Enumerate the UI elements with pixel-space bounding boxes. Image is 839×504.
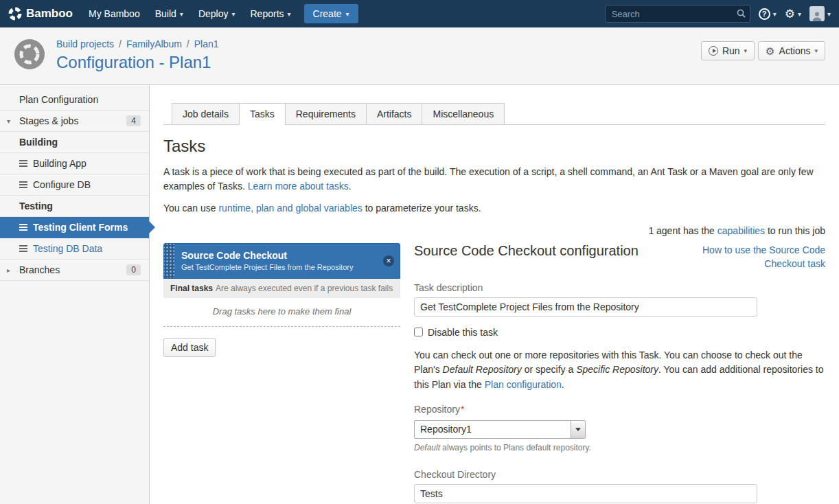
plan-avatar-icon (14, 38, 45, 70)
nav-my-bamboo[interactable]: My Bamboo (81, 0, 148, 27)
bamboo-logo[interactable]: Bamboo (8, 7, 73, 21)
help-menu[interactable]: ? ▾ (759, 8, 777, 20)
breadcrumb-family-album[interactable]: FamilyAlbum (126, 38, 182, 49)
job-list-icon (19, 160, 27, 167)
header-actions: Run ▾ ⚙ Actions ▾ (701, 38, 825, 60)
checkout-directory-label: Checkout Directory (414, 469, 825, 480)
stage-label: Building (19, 137, 58, 148)
repository-label: Repository* (414, 404, 825, 415)
repository-select-value: Repository1 (415, 421, 571, 438)
sidebar-item-plan-configuration[interactable]: Plan Configuration (0, 89, 149, 111)
chevron-down-icon: ▾ (346, 10, 349, 18)
sidebar-item-label: Branches (19, 264, 60, 275)
gear-icon: ⚙ (785, 8, 795, 20)
search-input[interactable] (605, 5, 750, 23)
task-config-panel: Source Code Checkout configuration How t… (414, 243, 825, 504)
run-button[interactable]: Run ▾ (701, 41, 755, 60)
final-tasks-dropzone[interactable]: Drag tasks here to make them final (163, 298, 400, 327)
disable-task-row[interactable]: Disable this task (414, 327, 825, 338)
sidebar-item-label: Building App (33, 158, 87, 169)
stages-count-badge: 4 (126, 115, 141, 126)
agent-note-text: 1 agent has the (648, 225, 717, 236)
learn-more-link[interactable]: Learn more about tasks (248, 181, 349, 192)
chevron-down-icon: ▾ (744, 47, 748, 54)
create-button[interactable]: Create ▾ (304, 4, 358, 23)
bamboo-logo-icon (8, 7, 22, 21)
breadcrumb-separator: / (119, 38, 122, 49)
config-title: Source Code Checkout configuration (414, 243, 639, 271)
sidebar-item-label: Testing Client Forms (33, 222, 128, 233)
search-icon[interactable] (737, 9, 746, 20)
breadcrumb-plan1[interactable]: Plan1 (194, 38, 219, 49)
task-source-code-checkout[interactable]: Source Code Checkout Get TestComplete Pr… (163, 243, 400, 279)
brand-label: Bamboo (26, 7, 73, 21)
add-task-button[interactable]: Add task (163, 338, 216, 357)
body-emphasis: Specific Repository (576, 364, 658, 375)
intro-text: You can use (163, 203, 218, 214)
nav-reports[interactable]: Reports ▾ (243, 0, 299, 27)
sidebar: Plan Configuration ▾ Stages & jobs 4 Bui… (0, 85, 150, 504)
top-navbar: Bamboo My Bamboo Build ▾ Deploy ▾ Report… (0, 0, 839, 27)
capabilities-link[interactable]: capabilities (717, 225, 765, 236)
task-description-input[interactable] (414, 297, 757, 317)
checkout-directory-input[interactable] (414, 484, 757, 503)
chevron-down-icon: ▾ (814, 47, 818, 54)
chevron-down-icon: ▾ (827, 10, 831, 18)
tab-bar: Job details Tasks Requirements Artifacts… (163, 103, 825, 125)
how-to-use-link[interactable]: How to use the Source Code Checkout task (685, 243, 825, 271)
sidebar-item-label: Plan Configuration (19, 94, 98, 105)
tab-artifacts[interactable]: Artifacts (366, 103, 423, 125)
nav-build[interactable]: Build ▾ (148, 0, 191, 27)
disable-task-checkbox[interactable] (414, 328, 423, 336)
nav-reports-label: Reports (251, 8, 284, 19)
intro-text: . (349, 181, 352, 192)
task-title: Source Code Checkout (181, 250, 353, 261)
settings-menu[interactable]: ⚙ ▾ (785, 8, 801, 20)
nav-deploy-label: Deploy (198, 8, 229, 19)
tasks-columns: Source Code Checkout Get TestComplete Pr… (163, 243, 825, 504)
create-button-label: Create (313, 8, 342, 19)
run-button-label: Run (722, 45, 740, 56)
sidebar-item-stages-jobs[interactable]: ▾ Stages & jobs 4 (0, 111, 149, 132)
plan-configuration-link[interactable]: Plan configuration (485, 379, 562, 390)
required-marker: * (461, 404, 464, 415)
tasks-heading: Tasks (163, 137, 825, 156)
variables-link[interactable]: runtime, plan and global variables (218, 203, 362, 214)
tasks-intro: A task is a piece of work that is being … (163, 165, 825, 194)
search-box (605, 5, 750, 23)
chevron-right-icon[interactable]: ▸ (7, 266, 10, 274)
tab-job-details[interactable]: Job details (172, 103, 240, 125)
actions-button-label: Actions (779, 45, 811, 56)
chevron-down-icon[interactable] (571, 421, 585, 438)
user-menu[interactable]: ▾ (809, 6, 831, 21)
repository-select[interactable]: Repository1 (414, 420, 586, 439)
sidebar-item-configure-db[interactable]: Configure DB (0, 174, 149, 196)
chevron-down-icon: ▾ (798, 10, 801, 18)
chevron-down-icon[interactable]: ▾ (7, 117, 10, 125)
final-tasks-label: Final tasks (170, 284, 213, 293)
actions-button[interactable]: ⚙ Actions ▾ (758, 41, 825, 60)
sidebar-item-testing-client-forms[interactable]: Testing Client Forms (0, 217, 149, 238)
tab-miscellaneous[interactable]: Miscellaneous (422, 103, 505, 125)
sidebar-item-label: Configure DB (33, 179, 91, 190)
close-icon[interactable]: × (383, 255, 394, 266)
nav-deploy[interactable]: Deploy ▾ (191, 0, 243, 27)
sidebar-item-testing-db-data[interactable]: Testing DB Data (0, 238, 149, 260)
header-text: Build projects / FamilyAlbum / Plan1 Con… (56, 38, 219, 72)
breadcrumb-build-projects[interactable]: Build projects (56, 38, 114, 49)
chevron-down-icon: ▾ (288, 10, 291, 18)
job-list-icon (19, 181, 27, 188)
branches-count-badge: 0 (126, 264, 141, 275)
config-header: Source Code Checkout configuration How t… (414, 243, 825, 271)
drag-handle-icon[interactable] (164, 244, 174, 278)
tab-tasks[interactable]: Tasks (239, 103, 286, 125)
tab-requirements[interactable]: Requirements (285, 103, 367, 125)
user-avatar-icon (809, 6, 825, 21)
sidebar-item-branches[interactable]: ▸ Branches 0 (0, 260, 149, 281)
task-description-label: Task description (414, 282, 825, 293)
sidebar-item-building-app[interactable]: Building App (0, 153, 149, 174)
body-emphasis: Default Repository (443, 364, 522, 375)
chevron-down-icon: ▾ (773, 10, 777, 18)
sidebar-stage-testing: Testing (0, 196, 149, 217)
help-text: always points to Plans default repositor… (440, 443, 591, 453)
